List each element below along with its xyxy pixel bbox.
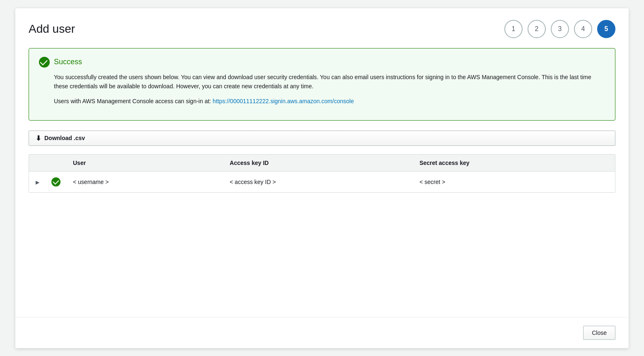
page-title: Add user xyxy=(29,22,75,36)
row-user-cell: < username > xyxy=(66,171,223,192)
row-status-cell xyxy=(46,171,66,192)
success-body: You successfully created the users shown… xyxy=(54,73,605,106)
users-table-container: User Access key ID Secret access key ▶ <… xyxy=(29,154,615,193)
sign-in-url-link[interactable]: https://000011112222.signin.aws.amazon.c… xyxy=(213,98,354,104)
row-access-key-id-cell: < access key ID > xyxy=(223,171,413,192)
success-message-prefix: Users with AWS Management Console access… xyxy=(54,98,213,104)
success-header: Success xyxy=(39,57,605,68)
close-button[interactable]: Close xyxy=(583,326,615,340)
step-indicators: 1 2 3 4 5 xyxy=(504,20,615,38)
download-icon: ⬇ xyxy=(36,134,41,142)
col-header-access-key-id: Access key ID xyxy=(223,155,413,172)
step-3: 3 xyxy=(551,20,569,38)
download-csv-button[interactable]: ⬇ Download .csv xyxy=(29,131,615,146)
row-secret-access-key-cell: < secret > xyxy=(413,171,615,192)
modal-header: Add user 1 2 3 4 5 xyxy=(29,20,615,38)
step-2: 2 xyxy=(528,20,546,38)
table-header-row: User Access key ID Secret access key xyxy=(29,155,615,172)
download-csv-label: Download .csv xyxy=(44,135,85,141)
row-success-icon xyxy=(51,177,61,186)
step-1: 1 xyxy=(504,20,523,38)
expand-arrow-icon[interactable]: ▶ xyxy=(36,179,39,185)
success-message-line2: Users with AWS Management Console access… xyxy=(54,97,605,106)
table-row: ▶ < username > < access key ID > < secre… xyxy=(29,171,615,192)
success-title: Success xyxy=(54,58,82,66)
col-header-user: User xyxy=(66,155,223,172)
modal-container: Add user 1 2 3 4 5 Success You successfu… xyxy=(15,8,629,348)
users-table: User Access key ID Secret access key ▶ <… xyxy=(29,155,615,192)
success-message-line1: You successfully created the users shown… xyxy=(54,73,605,91)
col-header-expand xyxy=(29,155,46,172)
modal-footer: Close xyxy=(15,317,629,348)
step-4: 4 xyxy=(574,20,592,38)
success-banner: Success You successfully created the use… xyxy=(29,48,615,121)
col-header-secret-access-key: Secret access key xyxy=(413,155,615,172)
row-expand-cell[interactable]: ▶ xyxy=(29,171,46,192)
col-header-status xyxy=(46,155,66,172)
success-check-icon xyxy=(39,57,50,68)
step-5: 5 xyxy=(597,20,615,38)
